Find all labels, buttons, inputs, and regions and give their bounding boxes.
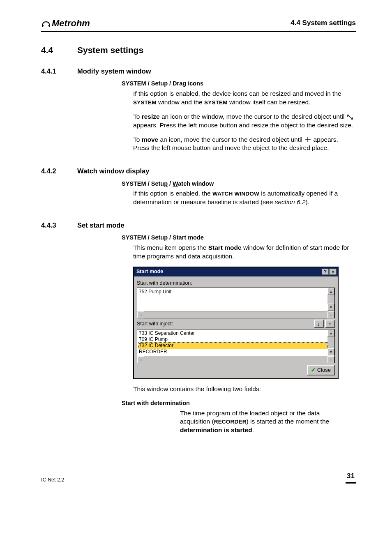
page-footer: IC Net 2.2 31 (41, 472, 356, 484)
list-item[interactable]: 709 IC Pump (139, 336, 327, 343)
scroll-up-icon[interactable]: ▲ (327, 329, 334, 336)
menu-path-watch-window: SYSTEM / Setup / Watch window (122, 180, 356, 188)
paragraph: This menu item opens the Start mode wind… (133, 244, 355, 261)
section-number: 4.4 (41, 44, 77, 56)
start-mode-dialog: Start mode ? × Start with determination:… (133, 267, 339, 379)
check-icon: ✔ (311, 366, 316, 374)
scroll-left-icon[interactable]: ◄ (137, 311, 144, 318)
scroll-right-icon[interactable]: ► (327, 311, 334, 318)
label-start-determination: Start with determination: (137, 280, 192, 287)
header-section-label: 4.4 System settings (291, 18, 356, 28)
paragraph: If this option is enabled, the WATCH WIN… (133, 189, 355, 207)
brand-logo: Metrohm (41, 17, 90, 30)
subsection-443: 4.4.3 Set start mode (41, 221, 356, 230)
list-item[interactable]: 752 Pump Unit (139, 289, 327, 295)
svg-line-2 (348, 115, 353, 119)
scroll-up-icon[interactable]: ▲ (327, 288, 334, 295)
move-cursor-icon (304, 137, 311, 143)
close-button[interactable]: ✔ Close (307, 365, 335, 375)
dialog-titlebar[interactable]: Start mode ? × (134, 267, 338, 276)
subsection-number: 4.4.2 (41, 166, 77, 175)
listbox-determination[interactable]: 752 Pump Unit ▲ ▼ ◄ ► (137, 288, 335, 318)
move-down-button[interactable]: ↓ (314, 320, 324, 328)
scroll-down-icon[interactable]: ▼ (327, 304, 334, 311)
help-button[interactable]: ? (322, 269, 329, 275)
paragraph: To resize an icon or the window, move th… (133, 113, 355, 130)
listbox-inject[interactable]: 733 IC Separation Center709 IC Pump732 I… (137, 329, 335, 363)
product-name: IC Net 2.2 (41, 477, 64, 484)
list-item[interactable]: 732 IC Detector (139, 343, 327, 349)
menu-path-start-mode: SYSTEM / Setup / Start mode (122, 234, 356, 242)
paragraph: If this option is enabled, the device ic… (133, 90, 355, 107)
svg-point-1 (48, 25, 49, 26)
close-icon[interactable]: × (330, 269, 337, 275)
subsection-title: Set start mode (77, 221, 125, 230)
page-number: 31 (346, 472, 356, 484)
field-heading: Start with determination (122, 399, 356, 408)
subsection-number: 4.4.3 (41, 221, 77, 230)
scroll-left-icon[interactable]: ◄ (137, 356, 144, 363)
paragraph: To move an icon, move the cursor to the … (133, 136, 355, 153)
section-heading: 4.4 System settings (41, 44, 356, 56)
paragraph: This window contains the following two f… (133, 385, 355, 394)
paragraph: The time program of the loaded object or… (180, 409, 344, 435)
scroll-down-icon[interactable]: ▼ (327, 348, 334, 355)
label-start-inject: Start with inject: (137, 320, 173, 327)
menu-path-drag-icons: SYSTEM / Setup / Drag icons (122, 80, 356, 88)
metrohm-icon (41, 19, 51, 28)
subsection-title: Watch window display (77, 166, 149, 175)
page-header: Metrohm 4.4 System settings (41, 17, 356, 32)
list-item[interactable]: 733 IC Separation Center (139, 330, 327, 336)
subsection-441: 4.4.1 Modify system window (41, 67, 356, 76)
brand-text: Metrohm (52, 17, 90, 30)
resize-cursor-icon (347, 114, 353, 120)
svg-point-0 (43, 25, 44, 26)
section-title: System settings (77, 44, 143, 56)
subsection-number: 4.4.1 (41, 67, 77, 76)
subsection-title: Modify system window (77, 67, 151, 76)
close-button-label: Close (317, 366, 331, 374)
dialog-title: Start mode (136, 268, 163, 275)
scroll-right-icon[interactable]: ► (327, 356, 334, 363)
subsection-442: 4.4.2 Watch window display (41, 166, 356, 175)
move-up-button[interactable]: ↑ (325, 320, 335, 328)
list-item[interactable]: RECORDER (139, 349, 327, 355)
